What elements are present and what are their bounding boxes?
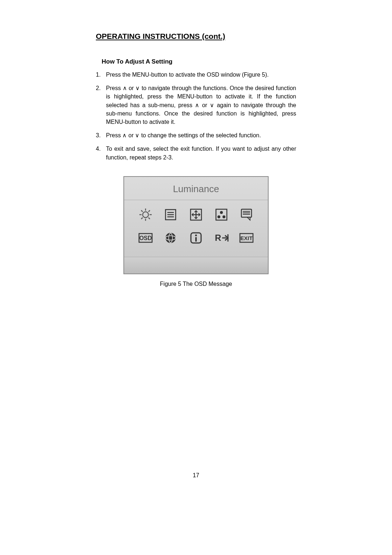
section-header: OPERATING INSTRUCTIONS (cont.) [96,32,296,41]
svg-line-6 [148,218,150,219]
step-1: 1. Press the MENU-button to activate the… [96,70,296,79]
svg-line-5 [141,210,143,212]
svg-line-7 [141,218,143,219]
dcr-icon [238,207,254,223]
step-number: 2. [96,84,106,92]
step-number: 1. [96,70,106,79]
page-number: 17 [0,472,392,479]
svg-rect-30 [195,237,197,242]
svg-point-0 [143,212,148,218]
osd-setup-icon: OSD [138,230,154,246]
osd-panel: Luminance [123,176,269,274]
figure-5: Luminance [96,176,296,287]
step-text: To exit and save, select the exit functi… [106,145,296,161]
svg-point-18 [217,215,220,218]
osd-title: Luminance [124,177,268,200]
step-text: Press the MENU-button to activate the OS… [106,70,296,79]
step-text: Press ∧ or ∨ to change the settings of t… [106,131,296,139]
step-3: 3. Press ∧ or ∨ to change the settings o… [96,131,296,139]
step-number: 3. [96,131,106,139]
svg-rect-16 [216,209,227,220]
osd-row-2: OSD R EXIT [133,230,259,246]
exit-icon: EXIT [238,230,254,246]
instruction-list: 1. Press the MENU-button to activate the… [96,70,296,162]
step-number: 4. [96,145,106,153]
svg-point-17 [220,211,223,214]
svg-line-8 [148,210,150,212]
picture-boost-icon [188,207,204,223]
svg-point-19 [222,215,225,218]
step-text: Press ∧ or ∨ to navigate through the fun… [106,84,296,126]
color-temp-icon [213,207,229,223]
information-icon [188,230,204,246]
luminance-icon [138,207,154,223]
step-4: 4. To exit and save, select the exit fun… [96,145,296,161]
svg-point-29 [195,234,197,236]
svg-point-26 [166,233,176,243]
osd-footer [124,257,268,274]
step-2: 2. Press ∧ or ∨ to navigate through the … [96,84,296,126]
svg-text:R: R [215,233,221,243]
osd-icon-grid: OSD R EXIT [124,200,268,257]
sub-header: How To Adjust A Setting [102,58,296,65]
osd-row-1 [133,207,259,223]
svg-text:OSD: OSD [139,235,152,241]
image-setup-icon [163,207,179,223]
reset-icon: R [213,230,229,246]
figure-caption: Figure 5 The OSD Message [160,281,232,287]
extra-icon [163,230,179,246]
svg-text:EXIT: EXIT [241,235,253,241]
